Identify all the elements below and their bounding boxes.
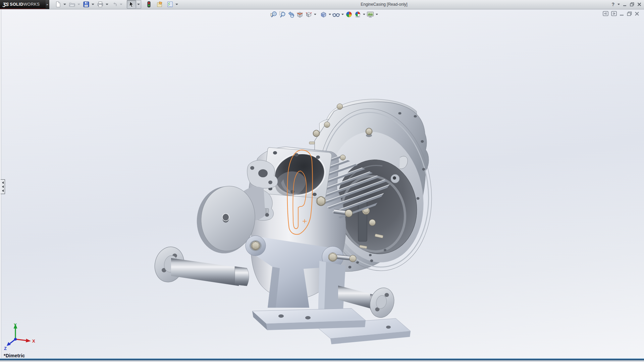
previous-view-button[interactable] xyxy=(287,10,296,19)
collapse-right-pane-button[interactable] xyxy=(611,11,617,16)
headsup-view-toolbar xyxy=(269,10,379,19)
ds-logo-icon: ƷS xyxy=(3,1,8,7)
view-settings-dropdown[interactable] xyxy=(362,10,366,19)
new-document-button[interactable] xyxy=(54,0,62,8)
undo-arrow-icon xyxy=(111,1,118,8)
open-folder-icon xyxy=(69,1,75,8)
document-title: EngineCasing [Read-only] xyxy=(349,0,419,9)
main-toolbar xyxy=(54,0,180,9)
open-dropdown[interactable] xyxy=(76,0,81,8)
undo-button[interactable] xyxy=(110,0,119,8)
view-settings-icon xyxy=(354,11,362,18)
scene-camera-button[interactable] xyxy=(366,10,375,19)
minimize-button[interactable] xyxy=(623,2,627,6)
select-cursor-icon xyxy=(128,1,135,7)
save-floppy-icon xyxy=(83,1,90,8)
scene-camera-dropdown[interactable] xyxy=(375,10,379,19)
hide-show-items-button[interactable] xyxy=(332,10,340,19)
engine-casing-model[interactable] xyxy=(0,0,644,362)
view-orientation-icon xyxy=(305,11,313,18)
triad-x-label: X xyxy=(32,339,35,344)
document-restore-button[interactable] xyxy=(627,11,632,16)
menu-expand-arrow[interactable]: ► xyxy=(46,0,49,9)
open-button[interactable] xyxy=(68,0,76,8)
save-dropdown[interactable] xyxy=(91,0,95,8)
display-style-dropdown[interactable] xyxy=(328,10,332,19)
status-bar-edge xyxy=(0,358,644,360)
zoom-to-fit-icon xyxy=(270,11,278,18)
triad-y-label: Y xyxy=(14,322,17,327)
new-document-dropdown[interactable] xyxy=(62,0,67,8)
eyeglasses-icon xyxy=(332,11,340,18)
zoom-to-fit-button[interactable] xyxy=(269,10,278,19)
brand-solid: SOLID xyxy=(10,2,23,7)
rebuild-button[interactable] xyxy=(145,0,153,8)
new-document-icon xyxy=(55,1,61,8)
view-orientation-label: *Dimetric xyxy=(4,353,25,358)
hide-show-items-dropdown[interactable] xyxy=(340,10,344,19)
help-dropdown[interactable] xyxy=(618,4,620,5)
document-minimize-button[interactable] xyxy=(620,11,624,16)
section-view-button[interactable] xyxy=(296,10,304,19)
solidworks-window: ƷS SOLIDWORKS ► xyxy=(0,0,644,362)
apply-scene-icon xyxy=(345,11,353,18)
view-orientation-dropdown[interactable] xyxy=(313,10,317,19)
document-close-button[interactable] xyxy=(635,11,639,16)
document-window-controls xyxy=(603,11,639,16)
front-base-plate[interactable] xyxy=(252,308,366,330)
display-style-icon xyxy=(320,11,327,18)
display-style-button[interactable] xyxy=(319,10,328,19)
print-dropdown[interactable] xyxy=(105,0,109,8)
zoom-to-area-icon xyxy=(279,11,286,18)
collapse-left-pane-button[interactable] xyxy=(603,11,608,16)
zoom-to-area-button[interactable] xyxy=(278,10,287,19)
apply-scene-button[interactable] xyxy=(344,10,353,19)
scene-monitor-icon xyxy=(366,11,374,18)
edit-appearance-icon xyxy=(156,1,163,8)
traffic-light-icon xyxy=(146,1,152,8)
brand-works: WORKS xyxy=(23,2,40,7)
save-button[interactable] xyxy=(82,0,91,8)
print-icon xyxy=(97,1,104,8)
graphics-viewport[interactable]: Y X Z *Dimetric xyxy=(0,9,644,360)
title-bar: ƷS SOLIDWORKS ► xyxy=(0,0,644,9)
feature-manager-expand-tab[interactable] xyxy=(1,179,5,194)
options-list-icon xyxy=(167,1,173,8)
previous-view-icon xyxy=(287,11,295,18)
section-view-icon xyxy=(296,11,304,18)
close-button[interactable] xyxy=(637,2,641,6)
select-button[interactable] xyxy=(127,0,136,9)
options-button[interactable] xyxy=(166,0,174,8)
solidworks-logo: ƷS SOLIDWORKS xyxy=(0,0,46,9)
select-dropdown[interactable] xyxy=(136,0,141,9)
reference-triad[interactable]: Y X Z xyxy=(3,322,36,351)
undo-dropdown[interactable] xyxy=(119,0,123,8)
restore-button[interactable] xyxy=(630,2,634,6)
view-settings-button[interactable] xyxy=(353,10,362,19)
edit-appearance-button[interactable] xyxy=(155,0,164,8)
options-dropdown[interactable] xyxy=(174,0,179,8)
help-button[interactable]: ? xyxy=(611,2,614,7)
window-controls: ? xyxy=(611,0,641,9)
view-orientation-button[interactable] xyxy=(304,10,313,19)
print-button[interactable] xyxy=(96,0,105,8)
triad-z-label: Z xyxy=(4,346,7,351)
